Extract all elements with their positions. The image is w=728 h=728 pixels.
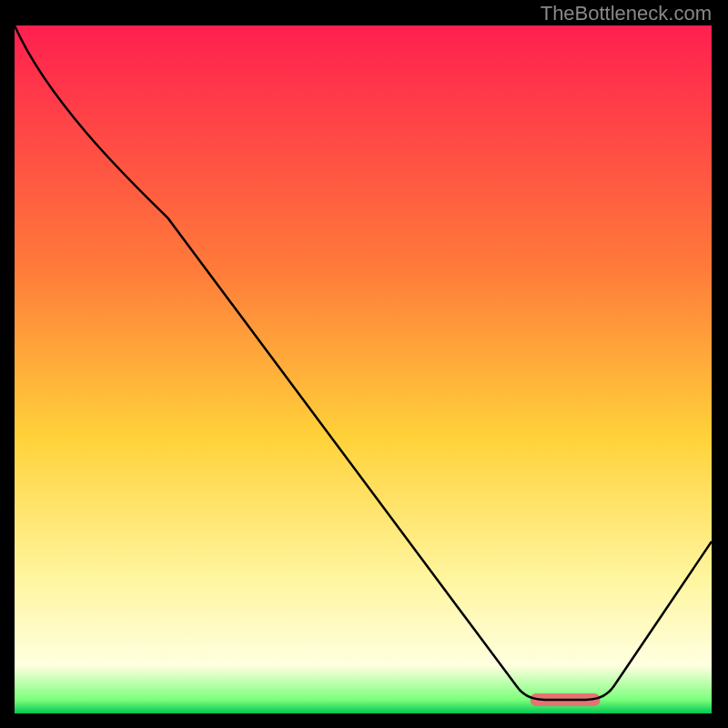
attribution-text: TheBottleneck.com	[541, 2, 712, 25]
gradient-background	[15, 25, 712, 713]
chart-frame	[15, 25, 712, 713]
chart-plot	[15, 25, 712, 713]
